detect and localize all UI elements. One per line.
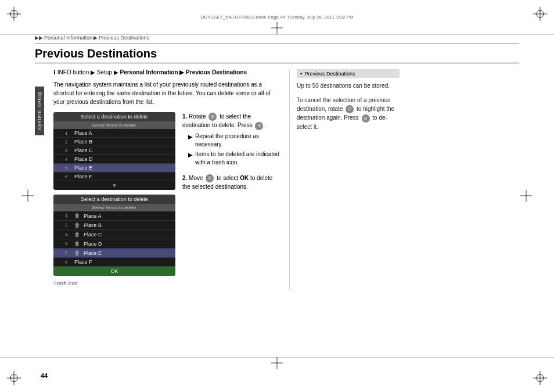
step-1-number: 1. [182,113,187,120]
breadcrumb: ▶▶ Personal Information ▶ Previous Desti… [35,35,519,44]
info-bold: Personal Information ▶ Previous Destinat… [120,69,247,75]
screen2-footer: OK [53,267,175,276]
step-1: 1. Rotate ⊙ to select the destination to… [182,112,280,167]
screen1-item-4: 4 Place D [53,155,175,164]
screen2-item-6: 6 Place F [53,258,175,267]
screen2-item-5: 5 🗑 Place E [53,249,175,258]
screen2-item-2: 2 🗑 Place B [53,221,175,230]
screen1: Select a destination to delete Select it… [53,112,175,190]
right-panel-para2: To cancel the selection of a previous de… [297,96,400,131]
right-panel: ▪ Previous Destinations Up to 50 destina… [289,69,400,290]
screen1-item-2: 2 Place B [53,138,175,146]
sub-step-arrow-1: ▶ [188,133,193,141]
screens-column: Select a destination to delete Select it… [53,112,175,290]
bottom-center-mark [271,357,283,370]
screen2-item-1: 1 🗑 Place A [53,211,175,221]
screen2-item-4: 4 🗑 Place D [53,239,175,249]
knob-icon-1: ⊙ [208,113,217,121]
screen2-subheader: Select items to delete. [53,204,175,211]
step-1-text: 1. Rotate ⊙ to select the destination to… [182,112,280,130]
step-2: 2. Move ⊕ to select OK to delete the sel… [182,174,280,191]
right-panel-para1: Up to 50 destinations can be stored. [297,81,400,90]
step-2-number: 2. [182,175,187,181]
screen1-scroll-arrow: ▼ [53,181,175,190]
step-2-text: 2. Move ⊕ to select OK to delete the sel… [182,174,280,191]
screen1-item-1: 1 Place A [53,129,175,138]
page-title: Previous Destinations [35,47,519,63]
step-1-substeps: ▶ Repeat the procedure as necessary. ▶ I… [182,132,280,167]
page-number: 44 [41,372,48,379]
screen1-item-3: 3 Place C [53,146,175,155]
screen2-header: Select a destination to delete [53,195,175,204]
screen1-item-6: 6 Place F [53,172,175,181]
screen1-item-5: 5 Place E [53,164,175,172]
doc-page-ref: Page 44 [268,15,285,20]
sub-step-1-2: ▶ Items to be deleted are indicated with… [188,150,280,167]
info-line: ℹ INFO button ▶ Setup ▶ Personal Informa… [53,69,280,75]
screen1-list: 1 Place A 2 Place B 3 Place C 4 Place D … [53,129,175,181]
box-icon: ▪ [300,70,303,77]
right-panel-title: ▪ Previous Destinations [297,69,400,78]
sub-step-text-1: Repeat the procedure as necessary. [195,132,280,149]
top-center-mark [271,22,283,35]
breadcrumb-item-previous: Previous Destinations [99,35,149,41]
doc-meta: ODYSSEY_KA-31TK8810.book [200,15,266,20]
right-center-mark [520,190,532,203]
knob-icon-right: ⊙ [346,105,354,113]
knob-icon-2: ⊙ [255,122,263,130]
breadcrumb-sep1: ▶ [93,35,98,41]
left-center-mark [22,190,34,203]
screen2-list: 1 🗑 Place A 2 🗑 Place B 3 🗑 Place C 4 🗑 … [53,211,175,267]
screen2-item-3: 3 🗑 Place C [53,230,175,239]
doc-time: 3:32 PM [336,15,354,20]
breadcrumb-item-personal: Personal Information [44,35,92,41]
steps-column: 1. Rotate ⊙ to select the destination to… [182,112,280,198]
sub-step-arrow-2: ▶ [188,151,193,159]
screen1-header: Select a destination to delete [53,112,175,121]
screen2-label: Trash icon [53,280,175,286]
sub-step-text-2: Items to be deleted are indicated with a… [195,150,280,167]
breadcrumb-arrow1: ▶▶ [35,35,43,41]
joystick-icon: ⊕ [206,174,214,182]
screen2: Select a destination to delete Select it… [53,195,175,276]
sub-step-1-1: ▶ Repeat the procedure as necessary. [188,132,280,149]
knob-icon-right2: ⊙ [362,114,370,123]
info-prefix: ℹ INFO button ▶ Setup ▶ [53,69,120,75]
sidebar-tab: System Setup [35,87,44,135]
right-panel-title-text: Previous Destinations [305,71,355,77]
body-text: The navigation system maintains a list o… [53,80,280,106]
screen1-subheader: Select items to delete. [53,121,175,129]
doc-date: Tuesday, July 26, 2011 [287,15,334,20]
